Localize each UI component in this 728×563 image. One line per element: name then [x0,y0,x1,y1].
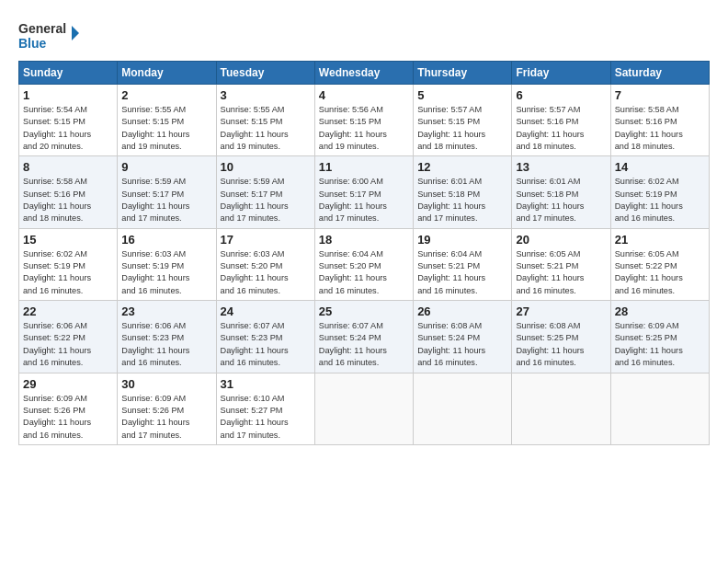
calendar-cell: 22Sunrise: 6:06 AM Sunset: 5:22 PM Dayli… [19,301,118,373]
calendar-cell [512,373,610,444]
day-info: Sunrise: 6:07 AM Sunset: 5:23 PM Dayligh… [221,320,311,369]
day-number: 11 [319,160,409,174]
calendar-week-row: 22Sunrise: 6:06 AM Sunset: 5:22 PM Dayli… [19,301,710,373]
calendar-cell: 3Sunrise: 5:55 AM Sunset: 5:15 PM Daylig… [216,85,314,156]
day-info: Sunrise: 5:59 AM Sunset: 5:17 PM Dayligh… [221,176,311,224]
calendar-cell: 5Sunrise: 5:57 AM Sunset: 5:15 PM Daylig… [414,85,512,156]
day-header-wednesday: Wednesday [314,62,413,85]
header: General Blue [18,17,710,53]
calendar-cell: 18Sunrise: 6:04 AM Sunset: 5:20 PM Dayli… [314,228,413,300]
svg-marker-2 [72,26,79,40]
day-header-monday: Monday [118,62,216,85]
day-info: Sunrise: 6:03 AM Sunset: 5:19 PM Dayligh… [121,248,211,297]
day-info: Sunrise: 6:10 AM Sunset: 5:27 PM Dayligh… [221,393,311,442]
day-number: 8 [23,160,113,174]
calendar-cell: 11Sunrise: 6:00 AM Sunset: 5:17 PM Dayli… [314,156,413,228]
calendar-cell: 6Sunrise: 5:57 AM Sunset: 5:16 PM Daylig… [512,85,610,156]
day-number: 27 [516,304,606,318]
calendar-cell [610,373,709,444]
day-number: 9 [121,160,211,174]
day-info: Sunrise: 6:00 AM Sunset: 5:17 PM Dayligh… [319,176,409,224]
day-number: 29 [23,377,113,391]
calendar-cell: 31Sunrise: 6:10 AM Sunset: 5:27 PM Dayli… [216,373,314,444]
day-number: 19 [417,233,507,247]
calendar-cell: 7Sunrise: 5:58 AM Sunset: 5:16 PM Daylig… [610,85,709,156]
day-info: Sunrise: 6:03 AM Sunset: 5:20 PM Dayligh… [221,248,311,297]
day-number: 7 [615,88,705,102]
calendar-cell [414,373,512,444]
day-header-saturday: Saturday [610,62,709,85]
calendar-week-row: 29Sunrise: 6:09 AM Sunset: 5:26 PM Dayli… [19,373,710,444]
calendar-cell: 16Sunrise: 6:03 AM Sunset: 5:19 PM Dayli… [118,228,216,300]
svg-text:General: General [18,21,66,36]
calendar-cell [314,373,413,444]
day-info: Sunrise: 5:56 AM Sunset: 5:15 PM Dayligh… [319,104,409,153]
day-info: Sunrise: 6:05 AM Sunset: 5:21 PM Dayligh… [516,248,606,297]
day-info: Sunrise: 5:55 AM Sunset: 5:15 PM Dayligh… [221,104,311,153]
calendar-cell: 4Sunrise: 5:56 AM Sunset: 5:15 PM Daylig… [314,85,413,156]
calendar-cell: 21Sunrise: 6:05 AM Sunset: 5:22 PM Dayli… [610,228,709,300]
svg-text:Blue: Blue [18,36,47,51]
logo-svg: General Blue [18,17,83,53]
calendar-cell: 28Sunrise: 6:09 AM Sunset: 5:25 PM Dayli… [610,301,709,373]
calendar-week-row: 8Sunrise: 5:58 AM Sunset: 5:16 PM Daylig… [19,156,710,228]
day-number: 15 [23,233,113,247]
day-info: Sunrise: 5:55 AM Sunset: 5:15 PM Dayligh… [121,104,211,153]
calendar-cell: 15Sunrise: 6:02 AM Sunset: 5:19 PM Dayli… [19,228,118,300]
day-info: Sunrise: 5:57 AM Sunset: 5:15 PM Dayligh… [417,104,507,153]
calendar-cell: 29Sunrise: 6:09 AM Sunset: 5:26 PM Dayli… [19,373,118,444]
day-number: 18 [319,233,409,247]
calendar-week-row: 15Sunrise: 6:02 AM Sunset: 5:19 PM Dayli… [19,228,710,300]
logo: General Blue [18,17,83,53]
day-number: 24 [221,304,311,318]
day-info: Sunrise: 6:08 AM Sunset: 5:25 PM Dayligh… [516,320,606,369]
day-number: 17 [221,233,311,247]
day-number: 12 [417,160,507,174]
day-number: 14 [615,160,705,174]
calendar-cell: 17Sunrise: 6:03 AM Sunset: 5:20 PM Dayli… [216,228,314,300]
day-number: 13 [516,160,606,174]
day-info: Sunrise: 5:57 AM Sunset: 5:16 PM Dayligh… [516,104,606,153]
day-info: Sunrise: 6:06 AM Sunset: 5:23 PM Dayligh… [121,320,211,369]
day-number: 25 [319,304,409,318]
calendar-cell: 23Sunrise: 6:06 AM Sunset: 5:23 PM Dayli… [118,301,216,373]
day-info: Sunrise: 5:54 AM Sunset: 5:15 PM Dayligh… [23,104,113,153]
day-info: Sunrise: 5:58 AM Sunset: 5:16 PM Dayligh… [23,176,113,224]
calendar-body: 1Sunrise: 5:54 AM Sunset: 5:15 PM Daylig… [19,85,710,445]
day-info: Sunrise: 6:08 AM Sunset: 5:24 PM Dayligh… [417,320,507,369]
calendar-cell: 19Sunrise: 6:04 AM Sunset: 5:21 PM Dayli… [414,228,512,300]
calendar-cell: 9Sunrise: 5:59 AM Sunset: 5:17 PM Daylig… [118,156,216,228]
day-info: Sunrise: 6:04 AM Sunset: 5:21 PM Dayligh… [417,248,507,297]
page: General Blue SundayMondayTuesdayWednesda… [0,0,728,454]
day-info: Sunrise: 6:06 AM Sunset: 5:22 PM Dayligh… [23,320,113,369]
day-number: 16 [121,233,211,247]
day-info: Sunrise: 6:02 AM Sunset: 5:19 PM Dayligh… [23,248,113,297]
calendar-header-row: SundayMondayTuesdayWednesdayThursdayFrid… [19,62,710,85]
calendar-cell: 27Sunrise: 6:08 AM Sunset: 5:25 PM Dayli… [512,301,610,373]
day-number: 6 [516,88,606,102]
day-number: 5 [417,88,507,102]
calendar-cell: 26Sunrise: 6:08 AM Sunset: 5:24 PM Dayli… [414,301,512,373]
day-info: Sunrise: 6:05 AM Sunset: 5:22 PM Dayligh… [615,248,705,297]
day-number: 3 [221,88,311,102]
calendar-cell: 2Sunrise: 5:55 AM Sunset: 5:15 PM Daylig… [118,85,216,156]
calendar-cell: 1Sunrise: 5:54 AM Sunset: 5:15 PM Daylig… [19,85,118,156]
day-header-friday: Friday [512,62,610,85]
calendar-cell: 24Sunrise: 6:07 AM Sunset: 5:23 PM Dayli… [216,301,314,373]
calendar-cell: 14Sunrise: 6:02 AM Sunset: 5:19 PM Dayli… [610,156,709,228]
calendar-cell: 20Sunrise: 6:05 AM Sunset: 5:21 PM Dayli… [512,228,610,300]
day-header-sunday: Sunday [19,62,118,85]
day-info: Sunrise: 6:01 AM Sunset: 5:18 PM Dayligh… [417,176,507,224]
day-number: 30 [121,377,211,391]
day-number: 22 [23,304,113,318]
day-info: Sunrise: 6:02 AM Sunset: 5:19 PM Dayligh… [615,176,705,224]
calendar-table: SundayMondayTuesdayWednesdayThursdayFrid… [18,61,710,445]
day-info: Sunrise: 6:09 AM Sunset: 5:26 PM Dayligh… [23,393,113,442]
day-info: Sunrise: 5:59 AM Sunset: 5:17 PM Dayligh… [121,176,211,224]
day-number: 10 [221,160,311,174]
day-info: Sunrise: 6:07 AM Sunset: 5:24 PM Dayligh… [319,320,409,369]
day-number: 26 [417,304,507,318]
day-info: Sunrise: 6:09 AM Sunset: 5:25 PM Dayligh… [615,320,705,369]
day-number: 31 [221,377,311,391]
day-header-thursday: Thursday [414,62,512,85]
